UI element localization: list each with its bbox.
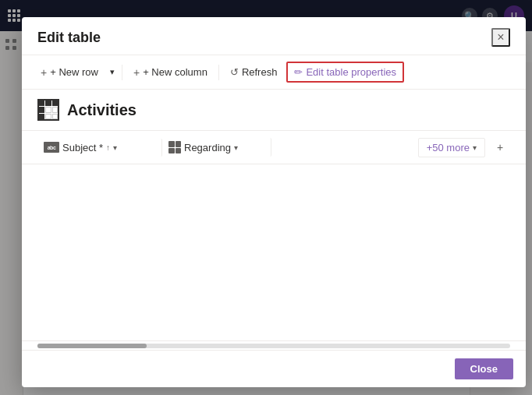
modal-title: Edit table: [37, 30, 101, 46]
new-row-dropdown-button[interactable]: ▾: [108, 64, 117, 80]
table-content-area: [22, 164, 526, 336]
table-section-header: Activities: [22, 90, 526, 130]
modal-toolbar: + + New row ▾ + + New column ↺ Refresh ✏…: [22, 55, 526, 90]
close-modal-button[interactable]: Close: [455, 358, 513, 379]
scrollbar-track: [37, 344, 510, 348]
more-columns-button[interactable]: +50 more ▾: [418, 138, 485, 157]
more-columns-label: +50 more: [427, 142, 470, 153]
table-grid-icon: [37, 99, 59, 121]
edit-table-modal: Edit table × + + New row ▾ + + New colum…: [22, 17, 526, 387]
regarding-column-header[interactable]: Regarding ▾: [162, 138, 271, 157]
sort-asc-icon: ↑: [106, 143, 110, 152]
more-chevron-icon: ▾: [473, 143, 477, 152]
close-button[interactable]: ×: [491, 28, 510, 47]
modal-header: Edit table ×: [22, 17, 526, 55]
new-row-button[interactable]: + + New row: [34, 63, 105, 82]
horizontal-scrollbar[interactable]: [22, 340, 526, 350]
plus-icon-2: +: [133, 66, 140, 79]
abc-icon: abc: [44, 142, 59, 153]
scrollbar-thumb[interactable]: [37, 344, 147, 348]
toolbar-divider-2: [218, 65, 219, 80]
refresh-button[interactable]: ↺ Refresh: [224, 63, 284, 81]
new-row-label: + New row: [50, 66, 98, 78]
plus-icon: +: [41, 66, 47, 79]
toolbar-divider-1: [122, 65, 122, 80]
regarding-label: Regarding: [184, 142, 231, 153]
new-column-button[interactable]: + + New column: [127, 63, 214, 82]
add-column-button[interactable]: +: [490, 137, 510, 157]
modal-body: Activities abc Subject * ↑ ▾ Regarding ▾: [22, 90, 526, 340]
edit-properties-label: Edit table properties: [306, 66, 396, 78]
modal-footer: Close: [22, 350, 526, 387]
columns-row: abc Subject * ↑ ▾ Regarding ▾ +50 more ▾: [22, 130, 526, 164]
grid-icon: [168, 141, 181, 153]
subject-label: Subject *: [62, 142, 103, 153]
refresh-icon: ↺: [230, 66, 239, 78]
edit-table-properties-button[interactable]: ✏ Edit table properties: [286, 62, 404, 83]
chevron-down-icon: ▾: [110, 67, 115, 77]
regarding-chevron-icon: ▾: [234, 143, 238, 152]
subject-column-header[interactable]: abc Subject * ↑ ▾: [37, 139, 162, 157]
pencil-icon: ✏: [294, 66, 303, 78]
refresh-label: Refresh: [242, 66, 278, 78]
subject-chevron-icon: ▾: [113, 143, 117, 152]
add-column-icon: +: [497, 141, 503, 153]
table-section-title: Activities: [67, 101, 137, 119]
new-column-label: + New column: [143, 66, 207, 78]
